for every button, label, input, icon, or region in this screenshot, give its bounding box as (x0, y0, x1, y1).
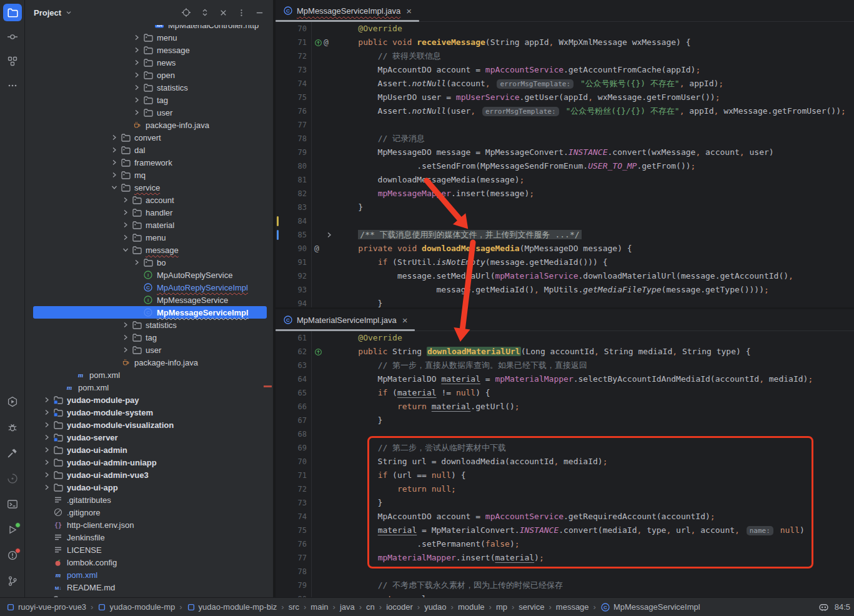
tree-item-dal[interactable]: dal (25, 144, 273, 156)
chevron-right-icon[interactable] (131, 257, 142, 267)
overriding-method-icon[interactable] (314, 348, 322, 356)
overriding-method-icon[interactable] (314, 39, 322, 47)
code-line-91[interactable]: 91 if (StrUtil.isNotEmpty(message.getMed… (276, 256, 854, 269)
more-icon[interactable] (237, 8, 246, 17)
breadcrumb-yudao[interactable]: yudao (424, 602, 446, 612)
chevron-right-icon[interactable] (131, 32, 142, 42)
run-hexagon-icon[interactable] (3, 393, 22, 410)
tree-item-service[interactable]: service (25, 181, 273, 194)
chevron-right-icon[interactable] (131, 82, 142, 92)
tree-item-handler[interactable]: handler (25, 206, 273, 219)
breadcrumb-yudao-module-mp-biz[interactable]: yudao-module-mp-biz (187, 602, 277, 612)
code-line-70[interactable]: 70 @Override (276, 22, 854, 36)
tree-item-pom-xml[interactable]: mpom.xml (25, 569, 273, 581)
chevron-right-icon[interactable] (41, 395, 52, 405)
chevron-right-icon[interactable] (41, 457, 52, 467)
code-line-81[interactable]: 81 downloadMessageMedia(message); (276, 173, 854, 187)
tree-item-tag[interactable]: tag (25, 331, 273, 344)
tree-item-yudao-server[interactable]: yudao-server (25, 431, 273, 444)
tree-item-mpmessageservice[interactable]: IMpMessageService (25, 294, 273, 306)
fold-arrow-icon[interactable] (324, 230, 334, 240)
tree-item-gitignore[interactable]: .gitignore (25, 506, 273, 519)
expand-collapse-icon[interactable] (200, 7, 210, 17)
debug-bug-icon[interactable] (3, 419, 22, 436)
tree-item-package-info-java[interactable]: package-info.java (25, 119, 273, 131)
code-line-90[interactable]: 90@ private void downloadMessageMedia(Mp… (276, 242, 854, 256)
code-line-79[interactable]: 79 MpMessageDO message = MpMessageConver… (276, 146, 854, 159)
commit-icon[interactable] (3, 28, 22, 46)
hide-icon[interactable] (255, 8, 264, 17)
services-play-icon[interactable] (3, 521, 22, 539)
breadcrumb-message[interactable]: message (556, 602, 589, 612)
tree-item-package-info-java[interactable]: package-info.java (25, 356, 273, 369)
code-line-78[interactable]: 78 (276, 565, 854, 579)
chevron-right-icon[interactable] (109, 145, 120, 155)
chevron-right-icon[interactable] (120, 220, 131, 230)
code-line-72[interactable]: 72 // 获得关联信息 (276, 49, 854, 63)
panel-title[interactable]: Project (34, 8, 61, 17)
tree-item-mpautoreplyservice[interactable]: IMpAutoReplyService (25, 269, 273, 281)
breadcrumb-ruoyi-vue-pro-vue3[interactable]: ruoyi-vue-pro-vue3 (6, 602, 86, 612)
tree-item-tag[interactable]: tag (25, 94, 273, 106)
chevron-right-icon[interactable] (131, 95, 142, 105)
code-line-72[interactable]: 72 return null; (276, 482, 854, 496)
chevron-right-icon[interactable] (131, 57, 142, 67)
tree-item-gitattributes[interactable]: .gitattributes (25, 494, 273, 506)
tree-item-yudao-ui-app[interactable]: yudao-ui-app (25, 481, 273, 494)
code-line-69[interactable]: 69 // 第二步，尝试从临时素材中下载 (276, 441, 854, 455)
tree-item-statistics[interactable]: statistics (25, 81, 273, 94)
code-line-71[interactable]: 71@ public void receiveMessage(String ap… (276, 36, 854, 49)
code-line-85[interactable]: 85 /** 下载消息使用到的媒体文件，并上传到文件服务 ...*/ (276, 228, 854, 242)
chevron-right-icon[interactable] (131, 45, 142, 55)
tree-item-message[interactable]: message (25, 244, 273, 256)
code-line-70[interactable]: 70 String url = downloadMedia(accountId,… (276, 455, 854, 469)
breadcrumb-iocoder[interactable]: iocoder (386, 602, 413, 612)
chevron-right-icon[interactable] (41, 407, 52, 417)
code-line-77[interactable]: 77 (276, 118, 854, 132)
tab-mpmessageserviceimpl-java[interactable]: C MpMessageServiceImpl.java × (276, 0, 419, 21)
code-line-78[interactable]: 78 // 记录消息 (276, 132, 854, 146)
tree-item-http-client-env-json[interactable]: {}http-client.env.json (25, 519, 273, 531)
code-line-61[interactable]: 61 @Override (276, 331, 854, 345)
tree-item-menu[interactable]: menu (25, 231, 273, 244)
code-line-65[interactable]: 65 if (material != null) { (276, 386, 854, 400)
tree-item-user[interactable]: user (25, 344, 273, 356)
chevron-right-icon[interactable] (41, 482, 52, 492)
breadcrumb-mpmessageserviceimpl[interactable]: CMpMessageServiceImpl (600, 602, 700, 612)
code-line-63[interactable]: 63 // 第一步，直接从数据库查询。如果已经下载，直接返回 (276, 359, 854, 372)
code-line-74[interactable]: 74 Assert.notNull(account, errorMsgTempl… (276, 77, 854, 91)
code-line-67[interactable]: 67 } (276, 414, 854, 427)
tree-item-item[interactable] (25, 594, 273, 597)
code-line-68[interactable]: 68 (276, 427, 854, 441)
project-folder-icon[interactable] (3, 4, 22, 21)
chevron-right-icon[interactable] (109, 157, 120, 167)
problems-icon[interactable] (3, 547, 22, 564)
chevron-right-icon[interactable] (41, 595, 52, 597)
tree-item-mq[interactable]: mq (25, 169, 273, 181)
chevron-right-icon[interactable] (120, 232, 131, 242)
tree-item-yudao-module-system[interactable]: yudao-module-system (25, 406, 273, 419)
chevron-right-icon[interactable] (120, 195, 131, 205)
tree-item-account[interactable]: account (25, 194, 273, 206)
chevron-right-icon[interactable] (131, 107, 142, 117)
code-line-75[interactable]: 75 material = MpMaterialConvert.INSTANCE… (276, 524, 854, 537)
tree-item-mpmessageserviceimpl[interactable]: CMpMessageServiceImpl (25, 306, 273, 319)
tree-item-bo[interactable]: bo (25, 256, 273, 269)
breadcrumb-module[interactable]: module (458, 602, 485, 612)
tree-item-material[interactable]: material (25, 219, 273, 231)
tree-item-license[interactable]: LICENSE (25, 544, 273, 556)
code-line-94[interactable]: 94 } (276, 297, 854, 307)
chevron-down-icon[interactable] (120, 245, 131, 255)
code-line-76[interactable]: 76 Assert.notNull(user, errorMsgTemplate… (276, 104, 854, 118)
chevron-right-icon[interactable] (120, 332, 131, 342)
copilot-icon[interactable] (818, 602, 829, 612)
locate-icon[interactable] (181, 7, 191, 17)
breadcrumb-main[interactable]: main (310, 602, 328, 612)
breadcrumb-mp[interactable]: mp (496, 602, 507, 612)
tree-item-framework[interactable]: framework (25, 156, 273, 169)
chevron-down-icon[interactable] (64, 8, 73, 17)
terminal-icon[interactable] (3, 495, 22, 513)
code-line-77[interactable]: 77 mpMaterialMapper.insert(material); (276, 551, 854, 565)
tree-item-statistics[interactable]: statistics (25, 319, 273, 331)
tree-item-pom-xml[interactable]: mpom.xml (25, 369, 273, 381)
